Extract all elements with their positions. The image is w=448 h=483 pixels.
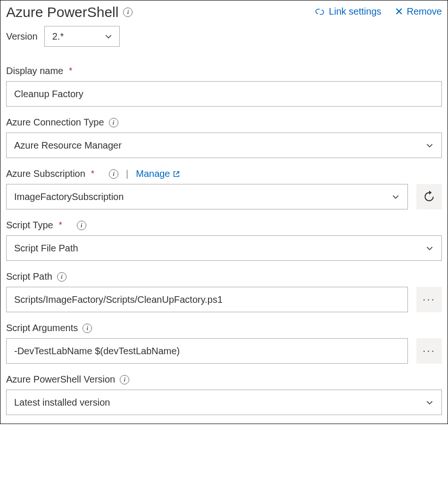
- connection-type-label: Azure Connection Type: [6, 117, 104, 128]
- ps-version-select[interactable]: Latest installed version: [6, 390, 442, 415]
- page-title: Azure PowerShell: [6, 4, 118, 20]
- info-icon[interactable]: i: [123, 8, 133, 17]
- script-path-label: Script Path: [6, 271, 52, 282]
- info-icon[interactable]: i: [77, 221, 86, 230]
- info-icon[interactable]: i: [57, 272, 66, 282]
- chevron-down-icon: [425, 141, 434, 150]
- script-type-label: Script Type: [6, 220, 53, 231]
- script-args-input[interactable]: [6, 338, 408, 364]
- link-settings-button[interactable]: Link settings: [315, 6, 381, 17]
- version-select[interactable]: 2.*: [44, 26, 120, 47]
- subscription-select[interactable]: ImageFactorySubscription: [6, 184, 408, 209]
- connection-type-value: Azure Resource Manager: [14, 140, 122, 151]
- required-mark: *: [69, 66, 72, 76]
- script-type-select[interactable]: Script File Path: [6, 235, 442, 261]
- chevron-down-icon: [391, 192, 400, 201]
- info-icon[interactable]: i: [120, 375, 129, 384]
- separator: |: [126, 168, 128, 179]
- manage-label: Manage: [136, 168, 170, 179]
- script-path-input[interactable]: [6, 287, 408, 312]
- chevron-down-icon: [425, 398, 434, 407]
- refresh-button[interactable]: [416, 184, 442, 209]
- browse-button[interactable]: ···: [416, 287, 442, 312]
- display-name-input[interactable]: [6, 81, 442, 107]
- remove-label: Remove: [407, 6, 442, 17]
- ps-version-value: Latest installed version: [14, 397, 110, 408]
- info-icon[interactable]: i: [83, 324, 92, 333]
- connection-type-select[interactable]: Azure Resource Manager: [6, 133, 442, 158]
- required-mark: *: [91, 169, 94, 179]
- chevron-down-icon: [425, 244, 434, 252]
- script-type-value: Script File Path: [14, 243, 78, 254]
- info-icon[interactable]: i: [109, 169, 118, 179]
- close-icon: ✕: [395, 7, 403, 17]
- required-mark: *: [59, 220, 62, 230]
- remove-button[interactable]: ✕ Remove: [395, 6, 442, 17]
- chevron-down-icon: [104, 32, 113, 41]
- external-link-icon: [173, 171, 180, 177]
- refresh-icon: [423, 191, 435, 203]
- subscription-label: Azure Subscription: [6, 168, 85, 179]
- script-args-label: Script Arguments: [6, 323, 78, 333]
- link-settings-label: Link settings: [329, 6, 381, 17]
- subscription-value: ImageFactorySubscription: [14, 192, 124, 202]
- manage-link[interactable]: Manage: [136, 168, 179, 179]
- browse-args-button[interactable]: ···: [416, 338, 442, 364]
- version-label: Version: [6, 31, 38, 42]
- ps-version-label: Azure PowerShell Version: [6, 374, 115, 385]
- display-name-label: Display name: [6, 66, 63, 76]
- version-value: 2.*: [52, 31, 64, 42]
- info-icon[interactable]: i: [109, 118, 118, 127]
- link-icon: [315, 8, 325, 16]
